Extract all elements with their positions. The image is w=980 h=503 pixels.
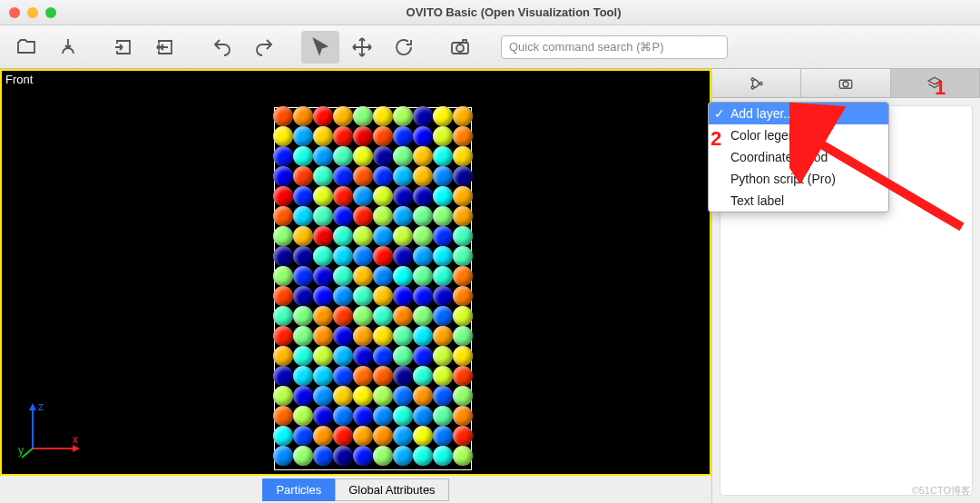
render-tab[interactable] — [801, 69, 890, 97]
svg-point-12 — [751, 86, 754, 89]
svg-point-15 — [843, 81, 848, 86]
axis-tripod: z x y — [18, 398, 89, 463]
svg-marker-7 — [73, 445, 80, 452]
svg-marker-4 — [29, 403, 36, 410]
particles — [275, 108, 471, 469]
watermark: ©51CTO博客 — [912, 484, 971, 498]
main-toolbar: Quick command search (⌘P) — [0, 25, 980, 69]
svg-text:y: y — [18, 444, 24, 457]
annotation-arrow — [789, 100, 971, 245]
svg-text:x: x — [73, 433, 78, 446]
maximize-icon[interactable] — [45, 7, 56, 18]
svg-line-17 — [808, 136, 962, 227]
select-tool-button[interactable] — [301, 31, 339, 64]
rotate-tool-button[interactable] — [385, 31, 423, 64]
download-button[interactable] — [49, 31, 87, 64]
viewport-label: Front — [5, 73, 33, 86]
tab-particles[interactable]: Particles — [262, 478, 335, 501]
svg-point-13 — [760, 82, 762, 84]
titlebar: OVITO Basic (Open Visualization Tool) — [0, 0, 980, 25]
export-button[interactable] — [147, 31, 185, 64]
redo-button[interactable] — [245, 31, 283, 64]
search-placeholder: Quick command search (⌘P) — [509, 40, 664, 54]
annotation-1: 1 — [935, 76, 946, 100]
window-controls — [9, 7, 56, 18]
import-button[interactable] — [105, 31, 143, 64]
svg-point-11 — [751, 78, 754, 81]
open-file-button[interactable] — [7, 31, 45, 64]
close-icon[interactable] — [9, 7, 20, 18]
annotation-2: 2 — [710, 127, 721, 151]
move-tool-button[interactable] — [343, 31, 381, 64]
svg-rect-2 — [463, 40, 466, 43]
viewport[interactable]: Front z x y — [0, 69, 711, 476]
undo-button[interactable] — [203, 31, 241, 64]
tab-global-attributes[interactable]: Global Attributes — [335, 478, 448, 501]
window-title: OVITO Basic (Open Visualization Tool) — [56, 5, 971, 19]
minimize-icon[interactable] — [27, 7, 38, 18]
render-button[interactable] — [441, 31, 479, 64]
svg-text:z: z — [38, 400, 44, 413]
bottom-tabs: Particles Global Attributes — [0, 476, 711, 503]
svg-point-1 — [456, 44, 464, 52]
command-search-input[interactable]: Quick command search (⌘P) — [501, 35, 728, 59]
pipeline-tab[interactable] — [712, 69, 801, 97]
simulation-cell — [274, 107, 472, 470]
